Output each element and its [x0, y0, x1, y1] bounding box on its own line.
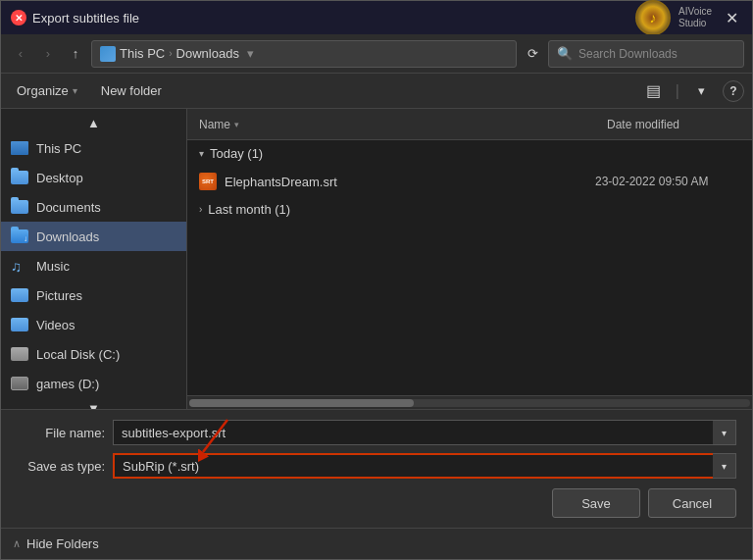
app-icon: ✕: [11, 10, 26, 25]
this-pc-icon: [11, 141, 28, 155]
organize-button[interactable]: Organize ▾: [9, 80, 85, 101]
sidebar: ▲ This PC Desktop Documents Downloads ♫ …: [1, 109, 187, 409]
sidebar-item-pictures[interactable]: Pictures: [1, 280, 186, 310]
title-bar-right: ♪ AIVoice Studio ✕: [635, 0, 744, 35]
file-area: Name ▾ Date modified ▾ Today (1) SRT: [187, 109, 752, 409]
title-bar: ✕ Export subtitles file ♪ AIVoice Studio…: [1, 1, 752, 34]
group-today[interactable]: ▾ Today (1): [187, 140, 752, 167]
sort-arrow: ▾: [234, 120, 239, 129]
path-dropdown-button[interactable]: ▾: [247, 46, 254, 61]
footer[interactable]: ∧ Hide Folders: [1, 528, 752, 559]
group-today-arrow: ▾: [199, 148, 204, 159]
up-button[interactable]: ↑: [64, 42, 87, 66]
search-box[interactable]: 🔍: [548, 40, 744, 68]
downloads-icon: [11, 229, 28, 243]
group-today-label: Today (1): [210, 146, 263, 161]
sidebar-label-documents: Documents: [36, 200, 101, 215]
table-row[interactable]: SRT ElephantsDream.srt 23-02-2022 09:50 …: [187, 167, 752, 196]
toolbar: Organize ▾ New folder ▤ | ▾ ?: [1, 74, 752, 109]
scrollbar-thumb: [189, 399, 414, 407]
sidebar-item-games[interactable]: games (D:): [1, 369, 186, 398]
horizontal-scrollbar[interactable]: [187, 395, 752, 409]
sidebar-label-pictures: Pictures: [36, 288, 82, 303]
file-name: ElephantsDream.srt: [225, 175, 337, 189]
sidebar-item-downloads[interactable]: Downloads: [1, 222, 186, 251]
games-disk-icon: [11, 377, 28, 390]
videos-icon: [11, 318, 28, 331]
save-type-input-wrapper: ▾: [113, 453, 736, 479]
file-row-name: SRT ElephantsDream.srt: [199, 173, 583, 190]
hide-folders-label: Hide Folders: [26, 536, 99, 551]
sidebar-label-games: games (D:): [36, 377, 99, 391]
file-name-input-wrapper: ▾: [113, 420, 736, 445]
path-folder-icon: [100, 46, 116, 62]
local-disk-icon: [11, 347, 28, 361]
save-button[interactable]: Save: [552, 488, 640, 518]
sidebar-scroll-down[interactable]: ▼: [1, 398, 186, 409]
search-input[interactable]: [578, 47, 735, 61]
sidebar-item-this-pc[interactable]: This PC: [1, 133, 186, 163]
sidebar-scroll-up[interactable]: ▲: [1, 113, 186, 133]
music-icon: ♫: [11, 258, 28, 274]
address-bar: ‹ › ↑ This PC › Downloads ▾ ⟳ 🔍: [1, 34, 752, 74]
sidebar-item-music[interactable]: ♫ Music: [1, 251, 186, 280]
new-folder-button[interactable]: New folder: [93, 80, 170, 101]
path-separator-1: ›: [169, 48, 172, 59]
aivoice-logo-icon: ♪: [635, 0, 671, 35]
title-bar-left: ✕ Export subtitles file: [11, 10, 139, 25]
group-last-month[interactable]: › Last month (1): [187, 196, 752, 223]
path-this-pc: This PC: [120, 46, 165, 61]
file-list: ▾ Today (1) SRT ElephantsDream.srt 23-02…: [187, 140, 752, 395]
file-name-dropdown[interactable]: ▾: [713, 420, 736, 445]
footer-chevron-icon: ∧: [13, 537, 21, 550]
back-button[interactable]: ‹: [9, 42, 32, 66]
cancel-button[interactable]: Cancel: [648, 488, 736, 518]
sidebar-label-local-disk: Local Disk (C:): [36, 347, 120, 362]
save-type-row: Save as type: ▾: [17, 453, 736, 479]
save-as-type-label: Save as type:: [17, 459, 105, 474]
view-separator: |: [676, 82, 679, 100]
path-downloads: Downloads: [176, 46, 239, 61]
forward-button[interactable]: ›: [36, 42, 60, 66]
sidebar-label-downloads: Downloads: [36, 229, 99, 244]
srt-file-icon: SRT: [199, 173, 217, 190]
desktop-icon: [11, 171, 28, 184]
main-content: ▲ This PC Desktop Documents Downloads ♫ …: [1, 109, 752, 409]
refresh-button[interactable]: ⟳: [521, 42, 544, 66]
file-header: Name ▾ Date modified: [187, 109, 752, 140]
organize-chevron: ▾: [73, 85, 77, 96]
save-type-dropdown[interactable]: ▾: [713, 453, 736, 479]
documents-icon: [11, 200, 28, 214]
file-name-input[interactable]: [113, 420, 736, 445]
sidebar-label-desktop: Desktop: [36, 171, 83, 185]
sidebar-label-this-pc: This PC: [36, 141, 81, 156]
file-name-label: File name:: [17, 426, 105, 440]
bottom-section: File name: ▾ Save as type: ▾: [1, 409, 752, 528]
column-name[interactable]: Name ▾: [187, 118, 595, 131]
search-icon: 🔍: [557, 46, 573, 61]
address-path[interactable]: This PC › Downloads ▾: [91, 40, 517, 68]
sidebar-item-videos[interactable]: Videos: [1, 310, 186, 339]
save-as-type-input[interactable]: [113, 453, 736, 479]
file-name-row: File name: ▾: [17, 420, 736, 445]
view-chevron-button[interactable]: ▾: [687, 77, 715, 105]
help-button[interactable]: ?: [723, 80, 744, 102]
aivoice-branding: AIVoice Studio: [678, 6, 712, 29]
dialog-window: ✕ Export subtitles file ♪ AIVoice Studio…: [0, 0, 753, 560]
scrollbar-track: [189, 399, 750, 407]
sidebar-item-documents[interactable]: Documents: [1, 192, 186, 222]
view-button[interactable]: ▤: [640, 77, 668, 105]
close-button[interactable]: ✕: [720, 7, 744, 29]
button-row: Save Cancel: [17, 488, 736, 518]
group-last-month-arrow: ›: [199, 204, 202, 215]
column-date[interactable]: Date modified: [595, 118, 752, 131]
file-date: 23-02-2022 09:50 AM: [583, 175, 740, 188]
sidebar-item-local-disk[interactable]: Local Disk (C:): [1, 339, 186, 369]
dialog-title: Export subtitles file: [32, 11, 139, 25]
sidebar-item-desktop[interactable]: Desktop: [1, 163, 186, 192]
group-today-content: SRT ElephantsDream.srt 23-02-2022 09:50 …: [187, 167, 752, 196]
pictures-icon: [11, 288, 28, 302]
sidebar-label-videos: Videos: [36, 318, 75, 332]
group-last-month-label: Last month (1): [208, 202, 290, 217]
sidebar-label-music: Music: [36, 259, 70, 274]
